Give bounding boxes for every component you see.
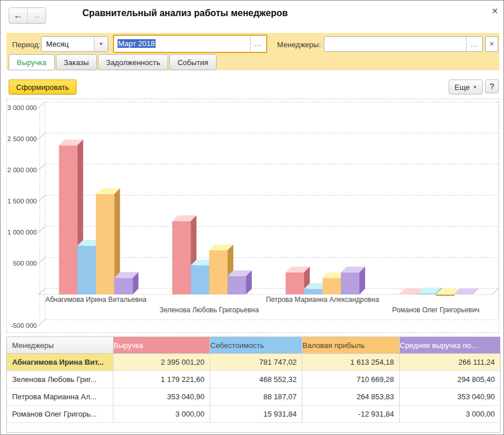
forward-button[interactable]: → — [27, 8, 46, 23]
axis-tick — [39, 164, 45, 170]
help-button-label: ? — [490, 82, 494, 91]
manager-name-cell[interactable]: Зеленова Любовь Григ... — [7, 371, 113, 388]
bar-front-face[interactable] — [286, 273, 304, 294]
column-header[interactable]: Средняя выручка по... — [400, 337, 500, 354]
value-cell[interactable]: 781 747,02 — [210, 354, 302, 370]
manager-name-cell[interactable]: Петрова Марианна Ал... — [7, 388, 113, 405]
filter-panel: Период: Месяц ▼ Март 2018 ... Менеджеры:… — [6, 33, 499, 70]
bar-front-face[interactable] — [114, 278, 132, 294]
column-header[interactable]: Менеджеры — [7, 337, 113, 354]
value-cell[interactable]: 294 805,40 — [400, 371, 500, 388]
period-label: Период: — [12, 40, 40, 49]
category-label: Петрова Марианна Александровна — [266, 296, 380, 304]
y-axis-label: 1 000 000 — [7, 229, 37, 236]
generate-button-label: Сформировать — [16, 83, 69, 92]
bar-front-face[interactable] — [209, 250, 228, 294]
value-cell[interactable]: 3 000,00 — [400, 406, 500, 422]
managers-ellipsis-button[interactable]: ... — [466, 37, 482, 51]
axis-tick — [39, 289, 45, 294]
help-button[interactable]: ? — [485, 80, 499, 93]
results-table: МенеджерыВыручкаСебестоимостьВаловая при… — [6, 336, 501, 433]
forward-arrow-icon: → — [32, 10, 41, 21]
bar-front-face[interactable] — [191, 265, 209, 294]
manager-name-cell[interactable]: Романов Олег Григорь... — [7, 406, 113, 422]
value-cell[interactable]: -12 931,84 — [302, 406, 400, 422]
tab-orders[interactable]: Заказы — [56, 54, 97, 70]
tab-events[interactable]: События — [169, 54, 217, 70]
category-label: Абнагимова Ирина Витальевна — [46, 296, 147, 304]
value-cell[interactable]: 353 040,90 — [113, 388, 210, 405]
axis-tick — [39, 226, 45, 232]
tab-debt[interactable]: Задолженность — [98, 54, 168, 70]
managers-input[interactable]: ... — [324, 36, 483, 52]
y-axis-label: 2 000 000 — [7, 167, 37, 173]
bar-4-3[interactable] — [341, 267, 365, 294]
bar-front-face[interactable] — [96, 194, 114, 294]
managers-clear-button[interactable]: ✕ — [485, 36, 498, 52]
managers-value-text — [324, 37, 466, 51]
bar-front-face[interactable] — [77, 246, 96, 294]
y-axis-label: 500 000 — [13, 260, 37, 267]
bar-front-face[interactable] — [341, 273, 359, 294]
bar-front-face[interactable] — [323, 278, 341, 294]
managers-label: Менеджеры: — [277, 40, 321, 49]
column-header[interactable]: Себестоимость — [210, 337, 302, 354]
table-row[interactable]: Романов Олег Григорь...3 000,0015 931,84… — [7, 406, 500, 423]
value-cell[interactable]: 353 040,90 — [400, 388, 500, 405]
period-ellipsis-button[interactable]: ... — [250, 36, 266, 52]
value-cell[interactable]: 3 000,00 — [113, 406, 210, 422]
selected-text: Март 2018 — [118, 39, 156, 48]
chart-canvas: 3 000 0002 500 0002 000 0001 500 0001 00… — [7, 99, 499, 332]
axis-tick — [39, 102, 45, 108]
chevron-down-icon[interactable]: ▼ — [94, 37, 108, 51]
value-cell[interactable]: 468 552,32 — [210, 371, 302, 388]
value-cell[interactable]: 2 395 001,20 — [113, 354, 210, 370]
category-label: Зеленова Любовь Григорьевна — [160, 306, 259, 314]
table-row[interactable]: Абнагимова Ирина Вит...2 395 001,20781 7… — [7, 354, 500, 371]
period-value-input[interactable]: Март 2018 ... — [113, 35, 267, 53]
table-body: Абнагимова Ирина Вит...2 395 001,20781 7… — [7, 354, 500, 423]
y-axis-label: 1 500 000 — [7, 198, 37, 205]
chevron-down-icon: ▼ — [472, 85, 477, 90]
bar-front-face[interactable] — [304, 289, 323, 294]
y-axis-label: 2 500 000 — [7, 135, 37, 142]
back-arrow-icon: ← — [14, 10, 23, 21]
app-window: ← → Сравнительный анализ работы менеджер… — [0, 0, 504, 435]
manager-name-cell[interactable]: Абнагимова Ирина Вит... — [7, 354, 113, 370]
value-cell[interactable]: 15 931,84 — [210, 406, 302, 422]
x-axis-end-tick — [492, 289, 498, 294]
period-type-select[interactable]: Месяц ▼ — [41, 36, 108, 52]
value-cell[interactable]: 1 179 221,60 — [113, 371, 210, 388]
back-button[interactable]: ← — [9, 8, 27, 23]
more-button[interactable]: Еще ▼ — [449, 80, 483, 94]
bar-chart-3d: 3 000 0002 500 0002 000 0001 500 0001 00… — [6, 99, 499, 333]
close-button[interactable]: ✕ — [490, 6, 500, 16]
generate-button[interactable]: Сформировать — [9, 80, 77, 94]
value-cell[interactable]: 264 853,83 — [302, 388, 400, 405]
history-nav: ← → — [9, 7, 46, 24]
table-row[interactable]: Зеленова Любовь Григ...1 179 221,60468 5… — [7, 371, 500, 388]
bar-front-face[interactable] — [418, 293, 436, 294]
value-cell[interactable]: 1 613 254,18 — [302, 354, 400, 370]
bar-4-2[interactable] — [228, 270, 252, 294]
period-value-text: Март 2018 — [114, 36, 250, 52]
value-cell[interactable]: 88 187,07 — [210, 388, 302, 405]
column-header[interactable]: Валовая прибыль — [302, 337, 400, 354]
category-label: Романов Олег Григорьевич — [392, 306, 480, 314]
y-axis-label: 3 000 000 — [7, 104, 37, 111]
tab-revenue[interactable]: Выручка — [9, 54, 55, 70]
bar-front-face[interactable] — [59, 145, 77, 294]
y-axis-label: -500 000 — [11, 322, 37, 329]
value-cell[interactable]: 266 111,24 — [400, 354, 500, 370]
column-header[interactable]: Выручка — [113, 337, 210, 354]
more-button-label: Еще — [454, 83, 469, 92]
close-icon: ✕ — [491, 6, 498, 16]
period-type-value: Месяц — [41, 37, 94, 51]
bar-front-face[interactable] — [228, 276, 246, 294]
bar-front-face[interactable] — [172, 221, 191, 294]
table-row[interactable]: Петрова Марианна Ал...353 040,9088 187,0… — [7, 388, 500, 406]
metric-tabs: ВыручкаЗаказыЗадолженностьСобытия — [9, 54, 217, 70]
bar-4-1[interactable] — [114, 272, 138, 294]
value-cell[interactable]: 710 669,28 — [302, 371, 400, 388]
page-title: Сравнительный анализ работы менеджеров — [82, 8, 288, 18]
